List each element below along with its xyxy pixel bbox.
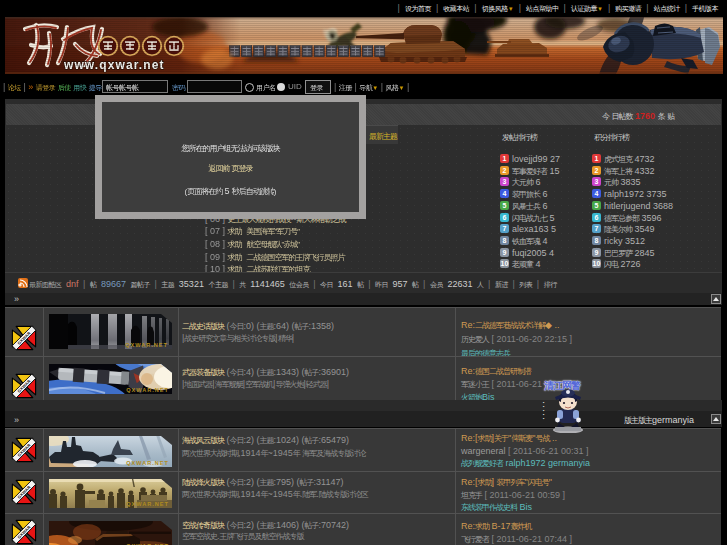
svg-text:QXWAR.NET: QXWAR.NET [126, 460, 169, 466]
svg-text:QXWAR.NET: QXWAR.NET [125, 342, 168, 348]
svg-text:QXWAR.NET: QXWAR.NET [126, 387, 169, 393]
svg-text:QXWAR.NET: QXWAR.NET [126, 501, 169, 507]
